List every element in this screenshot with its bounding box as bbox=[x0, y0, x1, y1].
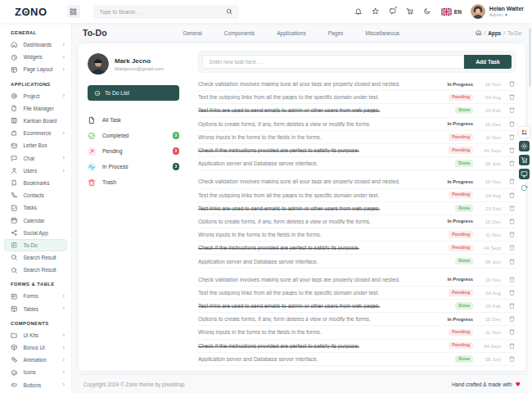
new-task-input[interactable] bbox=[202, 55, 464, 69]
user-menu[interactable]: Helan Walter Admin ▼ bbox=[471, 4, 524, 19]
task-row[interactable]: Check validation involves making sure al… bbox=[198, 273, 516, 287]
delete-task-icon[interactable] bbox=[508, 120, 516, 128]
task-row[interactable]: Check if the instructions provided are p… bbox=[198, 144, 516, 157]
task-row[interactable]: Test the outgoing links from all the pag… bbox=[198, 91, 516, 104]
sidebar-item-letter-box[interactable]: Letter Box bbox=[0, 139, 71, 151]
delete-task-icon[interactable] bbox=[508, 276, 516, 283]
notifications-button[interactable] bbox=[349, 3, 367, 20]
task-row[interactable]: Application server and Database server i… bbox=[198, 157, 516, 170]
delete-task-icon[interactable] bbox=[508, 302, 516, 309]
page-scrollbar[interactable] bbox=[528, 23, 532, 393]
settings-button[interactable] bbox=[519, 141, 530, 151]
sidebar-item-search-result[interactable]: Search Result bbox=[0, 264, 71, 276]
delete-task-icon[interactable] bbox=[508, 289, 516, 296]
messages-button[interactable] bbox=[384, 3, 401, 20]
tab-applications[interactable]: Applications bbox=[277, 30, 306, 36]
dark-mode-button[interactable] bbox=[418, 3, 435, 20]
task-row[interactable]: Test the outgoing links from all the pag… bbox=[198, 287, 516, 300]
sidebar-item-ecommerce[interactable]: Ecommerce› bbox=[0, 127, 71, 139]
add-task-button[interactable]: Add Task bbox=[464, 55, 512, 69]
search-icon[interactable] bbox=[226, 8, 232, 15]
task-row[interactable]: Options to create forms, if any, form de… bbox=[198, 118, 516, 131]
task-row[interactable]: Test the outgoing links from all the pag… bbox=[198, 189, 516, 202]
todo-filter-in-process[interactable]: In Process3 bbox=[88, 161, 179, 172]
sidebar-item-icons[interactable]: Icons› bbox=[0, 366, 71, 378]
rtl-toggle-button[interactable] bbox=[519, 183, 530, 193]
todo-filter-all-task[interactable]: All Task bbox=[88, 115, 179, 125]
task-row[interactable]: Options to create forms, if any, form de… bbox=[198, 215, 516, 228]
sidebar-item-animation[interactable]: Animation› bbox=[0, 354, 71, 366]
sidebar-item-chat[interactable]: Chat› bbox=[0, 152, 71, 165]
task-row[interactable]: Wrong inputs in the forms to the fields … bbox=[198, 326, 516, 339]
delete-task-icon[interactable] bbox=[508, 355, 516, 363]
sidebar-item-bonus-ui[interactable]: Bonus UI› bbox=[0, 341, 71, 354]
sidebar-item-page-layout[interactable]: Page Layout› bbox=[0, 63, 71, 75]
sidebar-item-tasks[interactable]: Tasks bbox=[0, 201, 71, 214]
delete-task-icon[interactable] bbox=[508, 178, 516, 185]
task-row[interactable]: Application server and Database server i… bbox=[198, 255, 516, 268]
task-row[interactable]: Wrong inputs in the forms to the fields … bbox=[198, 228, 516, 242]
sidebar-item-social-app[interactable]: Social App bbox=[0, 227, 71, 239]
task-row[interactable]: Test links are used to send emails to ad… bbox=[198, 300, 516, 313]
delete-task-icon[interactable] bbox=[508, 205, 516, 212]
task-row[interactable]: Wrong inputs in the forms to the fields … bbox=[198, 131, 516, 144]
sidebar-item-tables[interactable]: Tables› bbox=[0, 303, 71, 315]
delete-task-icon[interactable] bbox=[508, 328, 516, 336]
todo-filter-trash[interactable]: Trash bbox=[88, 177, 179, 187]
delete-task-icon[interactable] bbox=[508, 342, 516, 350]
sidebar-item-dashboards[interactable]: Dashboards› bbox=[0, 38, 71, 51]
sidebar-item-contacts[interactable]: Contacts bbox=[0, 189, 71, 201]
task-row[interactable]: Test links are used to send emails to ad… bbox=[198, 104, 516, 117]
task-row[interactable]: Check if the instructions provided are p… bbox=[198, 340, 516, 353]
task-row[interactable]: Options to create forms, if any, form de… bbox=[198, 313, 516, 326]
tab-miscellaneous[interactable]: Miscellaneous bbox=[365, 30, 399, 36]
task-row[interactable]: Check validation involves making sure al… bbox=[198, 78, 516, 91]
gear-icon bbox=[521, 142, 528, 150]
sidebar-item-ui-kits[interactable]: Ui Kits› bbox=[0, 329, 71, 341]
cart-button[interactable] bbox=[401, 3, 418, 20]
delete-task-icon[interactable] bbox=[508, 231, 516, 238]
delete-task-icon[interactable] bbox=[508, 218, 516, 225]
tab-components[interactable]: Components bbox=[224, 30, 255, 36]
todo-filter-pending[interactable]: Pending3 bbox=[88, 146, 179, 156]
buy-now-button[interactable] bbox=[519, 155, 530, 165]
delete-task-icon[interactable] bbox=[508, 258, 516, 265]
home-icon[interactable] bbox=[476, 29, 482, 36]
todo-filter-completed[interactable]: Completed3 bbox=[88, 130, 179, 141]
tab-pages[interactable]: Pages bbox=[328, 30, 344, 36]
theme-customizer-button[interactable] bbox=[519, 127, 530, 138]
task-row[interactable]: Test links are used to send emails to ad… bbox=[198, 202, 516, 215]
scrollbar-thumb[interactable] bbox=[529, 28, 531, 87]
delete-task-icon[interactable] bbox=[508, 93, 516, 101]
delete-task-icon[interactable] bbox=[508, 147, 516, 154]
task-row[interactable]: Application server and Database server i… bbox=[198, 353, 516, 366]
sidebar-item-kanban-board[interactable]: Kanban Board bbox=[0, 115, 71, 127]
language-switcher[interactable]: EN bbox=[441, 8, 462, 16]
sidebar-item-calendar[interactable]: Calendar bbox=[0, 214, 71, 226]
sidebar-item-forms[interactable]: Forms› bbox=[0, 290, 71, 302]
delete-task-icon[interactable] bbox=[508, 160, 516, 167]
delete-task-icon[interactable] bbox=[508, 106, 516, 114]
breadcrumb-root[interactable]: Apps bbox=[488, 30, 501, 36]
task-row[interactable]: Check if the instructions provided are p… bbox=[198, 242, 516, 255]
sidebar-item-users[interactable]: Users› bbox=[0, 165, 71, 177]
sidebar-item-project[interactable]: Project› bbox=[0, 90, 71, 102]
delete-task-icon[interactable] bbox=[508, 80, 516, 88]
delete-task-icon[interactable] bbox=[508, 133, 516, 141]
delete-task-icon[interactable] bbox=[508, 192, 516, 199]
todo-list-button[interactable]: To Do List bbox=[88, 85, 179, 101]
bookmark-button[interactable] bbox=[367, 3, 384, 20]
sidebar-item-file-manager[interactable]: File Manager bbox=[0, 102, 71, 115]
sidebar-item-search-result[interactable]: Search Result bbox=[0, 251, 71, 264]
check-layout-button[interactable] bbox=[519, 169, 530, 179]
apps-grid-button[interactable] bbox=[67, 5, 80, 18]
task-row[interactable]: Check validation involves making sure al… bbox=[198, 175, 516, 188]
delete-task-icon[interactable] bbox=[508, 244, 516, 251]
tab-general[interactable]: General bbox=[183, 30, 201, 36]
sidebar-item-bookmarks[interactable]: Bookmarks bbox=[0, 177, 71, 189]
search-input[interactable] bbox=[100, 9, 221, 15]
delete-task-icon[interactable] bbox=[508, 315, 516, 323]
sidebar-item-buttons[interactable]: Buttons› bbox=[0, 379, 71, 391]
sidebar-item-widgets[interactable]: Widgets› bbox=[0, 51, 71, 63]
sidebar-item-to-do[interactable]: To-Do bbox=[4, 239, 67, 251]
